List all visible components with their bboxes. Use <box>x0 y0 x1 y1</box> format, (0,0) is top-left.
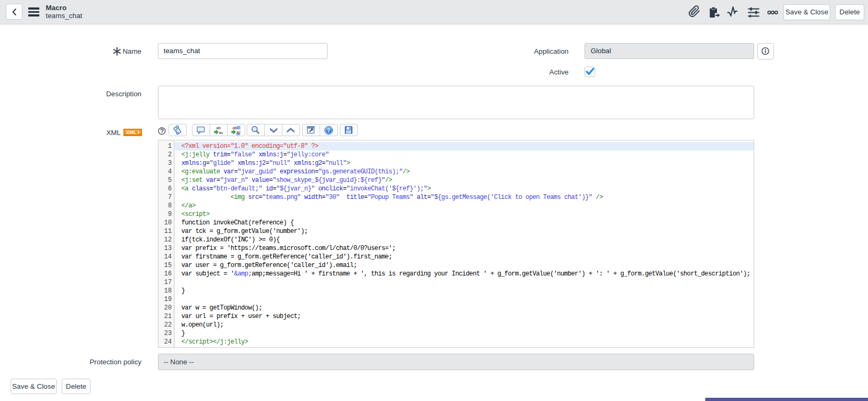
svg-text:ab: ab <box>216 126 221 130</box>
svg-text:ac: ac <box>219 130 223 135</box>
svg-text:ac: ac <box>236 129 240 134</box>
svg-text:?: ? <box>327 127 330 133</box>
